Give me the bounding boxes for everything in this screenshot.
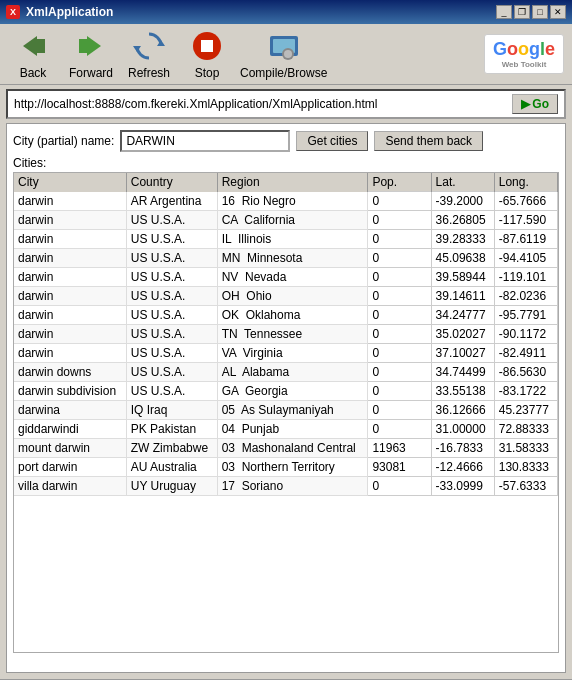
svg-marker-4	[157, 40, 165, 46]
cell-region: OH Ohio	[217, 287, 368, 306]
svg-marker-5	[133, 46, 141, 52]
cell-lat: 36.26805	[431, 211, 494, 230]
cell-pop: 93081	[368, 458, 431, 477]
app-icon: X	[6, 5, 20, 19]
cell-country: US U.S.A.	[126, 325, 217, 344]
go-button[interactable]: ▶ Go	[512, 94, 558, 114]
search-input[interactable]	[120, 130, 290, 152]
compile-browse-button[interactable]: Compile/Browse	[240, 28, 327, 80]
cell-country: ZW Zimbabwe	[126, 439, 217, 458]
cell-long: -95.7791	[494, 306, 557, 325]
compile-label: Compile/Browse	[240, 66, 327, 80]
cell-region: AL Alabama	[217, 363, 368, 382]
window-title: XmlApplication	[26, 5, 113, 19]
cell-region: GA Georgia	[217, 382, 368, 401]
cell-region: 16 Rio Negro	[217, 192, 368, 211]
stop-button[interactable]: Stop	[182, 28, 232, 80]
cell-lat: 36.12666	[431, 401, 494, 420]
cell-pop: 0	[368, 420, 431, 439]
cell-city: darwin	[14, 306, 126, 325]
cell-long: -94.4105	[494, 249, 557, 268]
stop-icon	[189, 28, 225, 64]
address-input[interactable]	[14, 97, 508, 111]
cell-city: darwin	[14, 287, 126, 306]
cell-city: villa darwin	[14, 477, 126, 496]
forward-button[interactable]: Forward	[66, 28, 116, 80]
cell-country: US U.S.A.	[126, 268, 217, 287]
toolbar: Back Forward Refresh Stop	[0, 24, 572, 85]
cell-region: 17 Soriano	[217, 477, 368, 496]
cell-lat: 34.74499	[431, 363, 494, 382]
cell-country: US U.S.A.	[126, 211, 217, 230]
window-controls: _ ❐ □ ✕	[496, 5, 566, 19]
google-logo: Google Web Toolkit	[484, 34, 564, 74]
table-row: darwin US U.S.A. VA Virginia 0 37.10027 …	[14, 344, 558, 363]
cell-country: US U.S.A.	[126, 249, 217, 268]
cell-long: -90.1172	[494, 325, 557, 344]
table-row: darwina IQ Iraq 05 As Sulaymaniyah 0 36.…	[14, 401, 558, 420]
minimize-button[interactable]: _	[496, 5, 512, 19]
send-them-back-button[interactable]: Send them back	[374, 131, 483, 151]
cell-lat: 31.00000	[431, 420, 494, 439]
header-pop: Pop.	[368, 173, 431, 192]
maximize-button[interactable]: □	[532, 5, 548, 19]
cell-country: US U.S.A.	[126, 306, 217, 325]
cell-long: -83.1722	[494, 382, 557, 401]
cell-pop: 11963	[368, 439, 431, 458]
svg-point-11	[284, 50, 292, 58]
stop-label: Stop	[195, 66, 220, 80]
cell-city: darwina	[14, 401, 126, 420]
google-subtitle: Web Toolkit	[491, 60, 557, 69]
close-button[interactable]: ✕	[550, 5, 566, 19]
cities-table-container[interactable]: City Country Region Pop. Lat. Long. darw…	[13, 172, 559, 653]
svg-rect-3	[79, 39, 87, 53]
refresh-icon	[131, 28, 167, 64]
header-lat: Lat.	[431, 173, 494, 192]
table-row: darwin US U.S.A. OH Ohio 0 39.14611 -82.…	[14, 287, 558, 306]
cell-long: -82.0236	[494, 287, 557, 306]
cell-city: darwin	[14, 325, 126, 344]
refresh-label: Refresh	[128, 66, 170, 80]
cell-lat: 39.14611	[431, 287, 494, 306]
cell-long: 72.88333	[494, 420, 557, 439]
cell-city: darwin	[14, 249, 126, 268]
cell-lat: 33.55138	[431, 382, 494, 401]
cell-pop: 0	[368, 230, 431, 249]
cell-country: US U.S.A.	[126, 363, 217, 382]
cell-pop: 0	[368, 401, 431, 420]
cell-lat: 39.58944	[431, 268, 494, 287]
table-row: villa darwin UY Uruguay 17 Soriano 0 -33…	[14, 477, 558, 496]
cell-city: darwin	[14, 192, 126, 211]
cell-city: darwin	[14, 268, 126, 287]
cell-pop: 0	[368, 192, 431, 211]
cell-pop: 0	[368, 287, 431, 306]
address-bar: ▶ Go	[6, 89, 566, 119]
cell-region: NV Nevada	[217, 268, 368, 287]
cell-lat: 39.28333	[431, 230, 494, 249]
cell-long: 31.58333	[494, 439, 557, 458]
cell-lat: 35.02027	[431, 325, 494, 344]
restore-button[interactable]: ❐	[514, 5, 530, 19]
back-button[interactable]: Back	[8, 28, 58, 80]
cell-pop: 0	[368, 211, 431, 230]
cell-region: 03 Mashonaland Central	[217, 439, 368, 458]
cell-city: darwin downs	[14, 363, 126, 382]
cell-region: IL Illinois	[217, 230, 368, 249]
cell-country: US U.S.A.	[126, 344, 217, 363]
forward-label: Forward	[69, 66, 113, 80]
svg-marker-0	[23, 36, 37, 56]
cell-region: MN Minnesota	[217, 249, 368, 268]
get-cities-button[interactable]: Get cities	[296, 131, 368, 151]
header-country: Country	[126, 173, 217, 192]
refresh-button[interactable]: Refresh	[124, 28, 174, 80]
cell-long: 130.8333	[494, 458, 557, 477]
forward-icon	[73, 28, 109, 64]
cell-lat: -12.4666	[431, 458, 494, 477]
cell-region: 04 Punjab	[217, 420, 368, 439]
content-area: City (partial) name: Get cities Send the…	[6, 123, 566, 673]
cell-pop: 0	[368, 325, 431, 344]
table-row: mount darwin ZW Zimbabwe 03 Mashonaland …	[14, 439, 558, 458]
svg-marker-2	[87, 36, 101, 56]
cell-pop: 0	[368, 363, 431, 382]
cell-city: darwin	[14, 344, 126, 363]
